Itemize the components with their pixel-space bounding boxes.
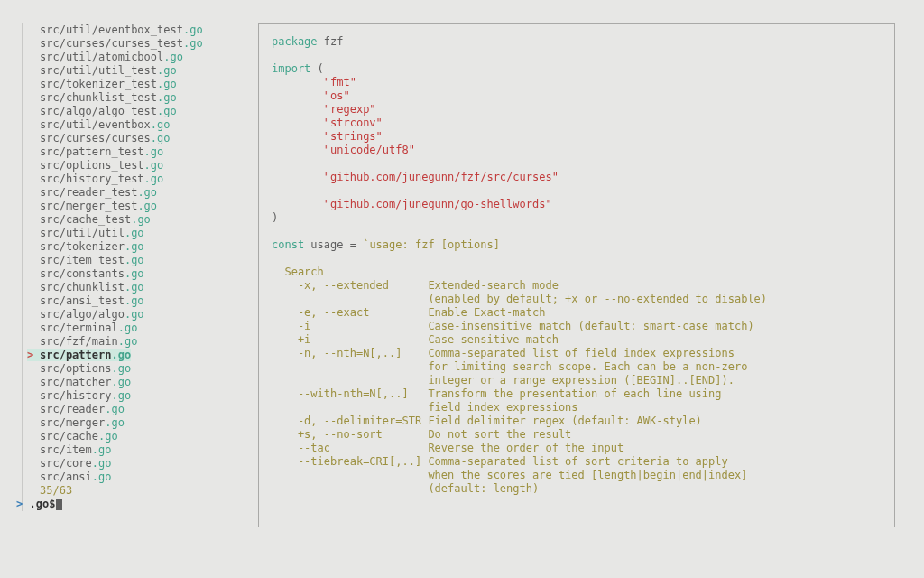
item-path: src/util/util_test [40, 64, 157, 77]
item-path: src/terminal [40, 322, 118, 334]
item-ext-highlight: .go [157, 64, 177, 77]
list-item[interactable]: src/options.go [27, 362, 229, 376]
list-item[interactable]: src/reader.go [27, 403, 229, 416]
list-item[interactable]: src/curses/curses_test.go [27, 37, 229, 51]
list-item[interactable]: src/item_test.go [27, 254, 229, 267]
item-ext-highlight: .go [125, 294, 144, 307]
code-line: -e, --exact Enable Exact-match [272, 306, 882, 320]
code-line: -i Case-insensitive match (default: smar… [272, 320, 882, 333]
item-ext-highlight: .go [151, 132, 171, 144]
list-item[interactable]: src/util/eventbox_test.go [27, 23, 229, 37]
code-line [272, 49, 882, 62]
match-count: 35/63 [27, 484, 229, 498]
item-path: src/curses/curses [40, 132, 151, 144]
query-input[interactable]: .go$ [29, 498, 55, 510]
prompt-symbol: > [16, 498, 23, 510]
code-line: "unicode/utf8" [272, 144, 882, 157]
list-item[interactable]: src/history_test.go [27, 172, 229, 186]
code-line [272, 184, 882, 198]
list-item[interactable]: src/ansi.go [27, 471, 229, 484]
list-item[interactable]: src/item.go [27, 443, 229, 457]
list-item[interactable]: src/util/util_test.go [27, 64, 229, 78]
item-path: src/reader_test [40, 186, 137, 199]
list-item[interactable]: src/ansi_test.go [27, 294, 229, 308]
list-item[interactable]: src/reader_test.go [27, 186, 229, 200]
code-line: (default: length) [272, 482, 882, 496]
item-ext-highlight: .go [125, 254, 144, 266]
code-line: "github.com/junegunn/go-shellwords" [272, 198, 882, 211]
list-item[interactable]: src/core.go [27, 457, 229, 471]
list-item[interactable]: src/pattern_test.go [27, 145, 229, 159]
item-ext-highlight: .go [92, 471, 112, 483]
item-ext-highlight: .go [111, 376, 131, 388]
list-item[interactable]: src/history.go [27, 389, 229, 403]
list-item[interactable]: src/chunklist.go [27, 281, 229, 294]
item-ext-highlight: .go [144, 172, 164, 185]
item-path: src/chunklist_test [40, 91, 157, 104]
item-ext-highlight: .go [111, 349, 131, 361]
item-path: src/tokenizer_test [40, 78, 157, 90]
code-line: integer or a range expression ([BEGIN]..… [272, 374, 882, 387]
list-item[interactable]: src/terminal.go [27, 322, 229, 335]
list-item[interactable]: src/curses/curses.go [27, 132, 229, 145]
item-path: src/algo/algo_test [40, 105, 157, 117]
pointer-icon: > [27, 349, 36, 362]
list-item[interactable]: >src/pattern.go [27, 349, 229, 362]
code-line: -x, --extended Extended-search mode [272, 279, 882, 293]
cursor-icon [56, 499, 62, 510]
item-ext-highlight: .go [125, 308, 144, 321]
list-item[interactable]: src/util/util.go [27, 227, 229, 240]
code-line: package fzf [272, 35, 882, 49]
item-path: src/item [40, 443, 92, 456]
item-ext-highlight: .go [92, 443, 112, 456]
item-path: src/ansi_test [40, 294, 125, 307]
code-line: +s, --no-sort Do not sort the result [272, 428, 882, 442]
list-item[interactable]: src/algo/algo_test.go [27, 105, 229, 118]
list-item[interactable]: src/merger.go [27, 416, 229, 430]
item-ext-highlight: .go [144, 145, 164, 158]
list-item[interactable]: src/cache_test.go [27, 213, 229, 227]
code-line: --tac Reverse the order of the input [272, 442, 882, 455]
preview-pane: package fzf import ( "fmt" "os" "regexp"… [258, 23, 895, 527]
list-item[interactable]: src/matcher.go [27, 376, 229, 389]
code-line [272, 225, 882, 238]
item-path: src/fzf/main [40, 335, 118, 348]
code-line: "fmt" [272, 76, 882, 89]
list-item[interactable]: src/tokenizer_test.go [27, 78, 229, 91]
item-ext-highlight: .go [98, 430, 118, 443]
item-ext-highlight: .go [105, 416, 125, 429]
list-item[interactable]: src/tokenizer.go [27, 240, 229, 254]
list-item[interactable]: src/merger_test.go [27, 200, 229, 213]
list-item[interactable]: src/fzf/main.go [27, 335, 229, 349]
list-item[interactable]: src/util/eventbox.go [27, 118, 229, 132]
item-ext-highlight: .go [157, 78, 177, 90]
list-item[interactable]: src/util/atomicbool.go [27, 51, 229, 64]
item-ext-highlight: .go [105, 403, 125, 415]
item-ext-highlight: .go [118, 335, 138, 348]
item-path: src/cache [40, 430, 98, 443]
list-item[interactable]: src/chunklist_test.go [27, 91, 229, 105]
item-ext-highlight: .go [111, 362, 131, 375]
code-line: -n, --nth=N[,..] Comma-separated list of… [272, 347, 882, 360]
code-line: --with-nth=N[,..] Transform the presenta… [272, 387, 882, 401]
item-ext-highlight: .go [125, 240, 144, 253]
item-path: src/history [40, 389, 111, 402]
list-item[interactable]: src/algo/algo.go [27, 308, 229, 322]
list-item[interactable]: src/options_test.go [27, 159, 229, 172]
list-item[interactable]: src/constants.go [27, 267, 229, 281]
item-ext-highlight: .go [111, 389, 131, 402]
item-ext-highlight: .go [118, 322, 138, 334]
item-path: src/pattern [40, 349, 111, 361]
list-item[interactable]: src/cache.go [27, 430, 229, 443]
code-line: "github.com/junegunn/fzf/src/curses" [272, 171, 882, 184]
query-prompt[interactable]: > .go$ [16, 498, 229, 511]
item-ext-highlight: .go [151, 118, 171, 131]
results-list[interactable]: src/util/eventbox_test.gosrc/curses/curs… [22, 23, 229, 511]
item-path: src/merger [40, 416, 105, 429]
item-path: src/reader [40, 403, 105, 415]
code-line: -d, --delimiter=STR Field delimiter rege… [272, 415, 882, 428]
item-ext-highlight: .go [163, 51, 183, 63]
item-path: src/util/atomicbool [40, 51, 163, 63]
item-path: src/constants [40, 267, 125, 280]
item-path: src/pattern_test [40, 145, 144, 158]
